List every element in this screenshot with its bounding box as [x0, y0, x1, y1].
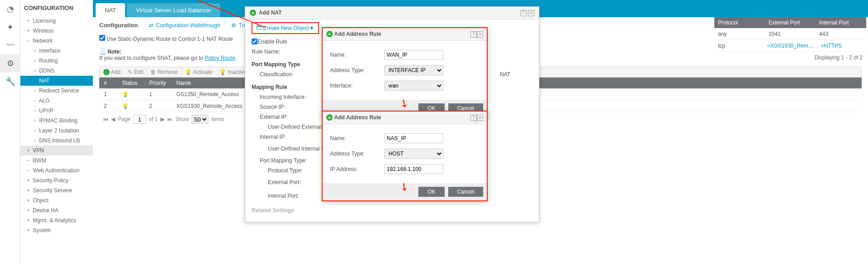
nav-item-upnp[interactable]: − UPnP — [20, 106, 93, 116]
interface-select[interactable]: wan — [384, 81, 443, 91]
config-icon[interactable]: ⚙ — [0, 54, 20, 73]
add-button[interactable]: + Add — [103, 69, 121, 75]
nav-item-ip-mac-binding[interactable]: − IP/MAC Binding — [20, 116, 93, 126]
pager-prev-icon[interactable]: ◀ — [111, 116, 115, 122]
nav-item-layer-2-isolation[interactable]: − Layer 2 Isolation — [20, 126, 93, 136]
tab-nat[interactable]: NAT — [96, 3, 125, 17]
nav-item-redirect-service[interactable]: − Redirect Service — [20, 86, 93, 96]
plus-icon: + — [326, 114, 333, 121]
nav-item-routing[interactable]: − Routing — [20, 56, 93, 66]
nav-item-licensing[interactable]: + Licensing — [20, 16, 93, 26]
close-icon[interactable]: ✕ — [477, 31, 483, 38]
create-new-object-button[interactable]: 🗔 Create New Object▼ — [252, 22, 319, 34]
wizard-icon[interactable]: ✦ — [0, 18, 20, 36]
note-text: If you want to configure SNAT, please go… — [99, 55, 205, 61]
nav-item-device-ha[interactable]: + Device HA — [20, 205, 93, 215]
nav-item-object[interactable]: + Object — [20, 195, 93, 205]
maintenance-icon[interactable]: 🔧 — [0, 73, 20, 91]
help-icon[interactable]: ? — [470, 31, 477, 38]
display-count: Displaying 1 - 2 of 2 — [714, 52, 866, 63]
table-row[interactable]: tcp=XGS1930_Rem…=HTTPS — [714, 40, 866, 52]
cancel-button[interactable]: Cancel — [448, 187, 483, 197]
nav-item-nat[interactable]: NAT — [20, 76, 93, 86]
nav-item-security-service[interactable]: + Security Service — [20, 185, 93, 195]
pager-first-icon[interactable]: ⏮ — [103, 116, 108, 122]
static-dynamic-label: Use Static-Dynamic Route to Control 1-1 … — [107, 36, 233, 42]
nav-title: CONFIGURATION — [20, 0, 93, 16]
dialog-title: Add Address Rule — [334, 114, 381, 121]
nav-item-alg[interactable]: − ALG — [20, 96, 93, 106]
address-type-select[interactable]: INTERFACE IP — [384, 65, 443, 75]
icon-rail: ◔ ✦ 〰 ⚙ 🔧 — [0, 0, 20, 263]
add-nat-title: Add NAT — [259, 10, 281, 16]
nav-item-interface[interactable]: − Interface — [20, 46, 93, 56]
activate-button[interactable]: 💡 Activate — [185, 69, 212, 75]
plus-icon: + — [103, 69, 110, 75]
nav-item-network[interactable]: − Network — [20, 36, 93, 46]
close-icon[interactable]: ✕ — [477, 115, 483, 121]
pager-size-select[interactable]: 50 — [192, 115, 209, 124]
pager-page-input[interactable] — [133, 115, 146, 124]
walkthrough-icon: ⇄ — [149, 22, 153, 29]
edit-button[interactable]: ✎ Edit — [128, 69, 143, 75]
help-icon[interactable]: ? — [470, 115, 477, 121]
add-address-rule-dialog-1: + Add Address Rule ?✕ Name: Address Type… — [322, 27, 488, 118]
nav-item-security-policy[interactable]: + Security Policy — [20, 175, 93, 185]
walkthrough-link[interactable]: ⇄ Configuration Walkthrough — [149, 22, 220, 29]
tab-vslb[interactable]: Virtual Server Load Balancer — [127, 3, 220, 17]
monitor-icon[interactable]: 〰 — [0, 36, 20, 54]
nav-item-ddns[interactable]: − DDNS — [20, 66, 93, 76]
nav-item-system[interactable]: + System — [20, 225, 93, 235]
gear-icon: ⚙ — [231, 22, 236, 29]
remove-button[interactable]: 🗑 Remove — [150, 69, 178, 75]
nav-item-web-authentication[interactable]: − Web Authentication — [20, 166, 93, 175]
plus-icon: + — [326, 31, 333, 37]
address-type-select[interactable]: HOST — [384, 149, 443, 159]
nav-item-vpn[interactable]: + VPN — [20, 146, 93, 156]
ip-address-input[interactable] — [384, 164, 443, 174]
pager-next-icon[interactable]: ▶ — [160, 116, 165, 122]
close-icon[interactable]: ✕ — [528, 10, 534, 16]
pager-last-icon[interactable]: ⏭ — [167, 116, 173, 122]
add-nat-title-bar: + Add NAT ? ✕ — [245, 7, 539, 19]
dashboard-icon[interactable]: ◔ — [0, 0, 20, 18]
enable-rule-checkbox[interactable] — [252, 39, 257, 44]
name-input[interactable] — [384, 50, 443, 60]
static-dynamic-checkbox[interactable] — [99, 35, 105, 41]
name-input[interactable] — [384, 133, 443, 143]
nav-item-wireless[interactable]: + Wireless — [20, 26, 93, 36]
add-address-rule-dialog-2: + Add Address Rule ?✕ Name: Address Type… — [322, 111, 488, 201]
page-title: Configuration — [99, 22, 138, 29]
policy-route-link[interactable]: Policy Route — [205, 55, 235, 61]
right-grid: Protocol External Port Internal Port any… — [714, 17, 866, 63]
plus-icon: + — [250, 10, 256, 16]
table-row[interactable]: any1041443 — [714, 28, 866, 40]
help-icon[interactable]: ? — [520, 10, 527, 16]
note-title: Note: — [107, 49, 121, 55]
dialog-title: Add Address Rule — [334, 31, 381, 37]
nav-panel: CONFIGURATION + Licensing+ Wireless− Net… — [20, 0, 93, 263]
ok-button[interactable]: OK — [418, 187, 444, 197]
nav-item-bwm[interactable]: − BWM — [20, 156, 93, 166]
nav-item-mgmt-analytics[interactable]: + Mgmt. & Analytics — [20, 215, 93, 225]
nav-item-dns-inbound-lb[interactable]: − DNS Inbound LB — [20, 136, 93, 146]
